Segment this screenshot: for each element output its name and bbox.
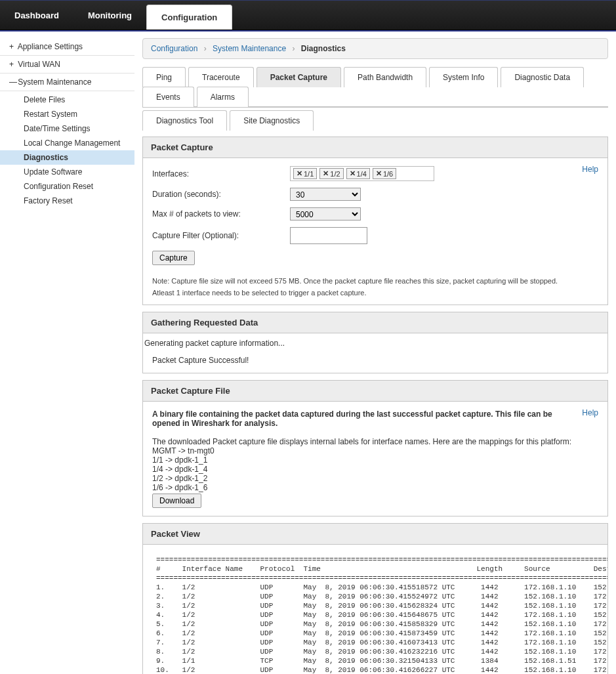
topnav-tab-configuration[interactable]: Configuration [146,5,232,30]
diagnostic-tabs-row1: PingTraceroutePacket CapturePath Bandwid… [142,67,608,108]
interface-chip-1-2[interactable]: ✕1/2 [319,168,343,179]
packet-capture-file-header: Packet Capture File [143,381,607,402]
file-description: A binary file containing the packet data… [152,410,559,428]
topnav-tab-dashboard[interactable]: Dashboard [0,1,73,30]
breadcrumb-configuration[interactable]: Configuration [151,44,197,53]
mapping-intro: The downloaded Packet capture file displ… [152,437,598,446]
tab-diagnostics-tool[interactable]: Diagnostics Tool [142,110,227,131]
tab-traceroute[interactable]: Traceroute [188,67,254,87]
sidebar-item-date-time-settings[interactable]: Date/Time Settings [0,121,134,136]
capture-button[interactable]: Capture [152,251,195,265]
topnav-tab-monitoring[interactable]: Monitoring [73,1,146,30]
sidebar-item-restart-system[interactable]: Restart System [0,107,134,121]
interface-mapping: 1/1 -> dpdk-1_1 [152,455,598,465]
toggle-icon: — [9,77,16,87]
tab-path-bandwidth[interactable]: Path Bandwidth [344,67,426,87]
tab-site-diagnostics[interactable]: Site Diagnostics [230,110,314,131]
tab-diagnostic-data[interactable]: Diagnostic Data [501,67,584,87]
tab-events[interactable]: Events [142,87,194,107]
interfaces-label: Interfaces: [152,169,290,179]
interface-chip-1-1[interactable]: ✕1/1 [293,168,317,179]
download-button[interactable]: Download [152,494,201,508]
sidebar-item-configuration-reset[interactable]: Configuration Reset [0,179,134,194]
interface-mapping: 1/4 -> dpdk-1_4 [152,465,598,474]
tab-packet-capture[interactable]: Packet Capture [257,67,341,87]
packet-view-header: Packet View [143,524,607,545]
help-link[interactable]: Help [582,165,598,174]
capture-note-1: Note: Capture file size will not exceed … [152,277,598,285]
sidebar: + Appliance Settings+ Virtual WAN— Syste… [0,32,134,674]
main-content: Configuration › System Maintenance › Dia… [134,32,616,674]
close-icon[interactable]: ✕ [350,169,356,178]
close-icon[interactable]: ✕ [323,169,329,178]
packet-capture-file-panel: Packet Capture File Help A binary file c… [142,380,608,516]
breadcrumb-current: Diagnostics [301,44,346,53]
close-icon[interactable]: ✕ [297,169,302,178]
gathering-panel: Gathering Requested Data Generating pack… [142,312,608,373]
sidebar-section-system-maintenance[interactable]: — System Maintenance [0,74,134,91]
gathering-header: Gathering Requested Data [143,312,607,333]
sidebar-item-local-change-management[interactable]: Local Change Management [0,136,134,150]
sidebar-section-virtual-wan[interactable]: + Virtual WAN [0,56,134,74]
max-packets-select[interactable]: 5000 [290,207,361,221]
interface-chip-1-6[interactable]: ✕1/6 [373,168,396,179]
sidebar-item-update-software[interactable]: Update Software [0,165,134,179]
chevron-right-icon: › [292,44,295,53]
toggle-icon: + [9,60,16,69]
packet-view-table: ========================================… [143,549,607,674]
top-nav: DashboardMonitoringConfiguration [0,0,616,30]
capture-filter-label: Capture Filter (Optional): [152,231,290,240]
sidebar-item-diagnostics[interactable]: Diagnostics [0,150,134,165]
breadcrumb-system-maintenance[interactable]: System Maintenance [213,44,286,53]
interface-mapping: 1/2 -> dpdk-1_2 [152,474,598,483]
tab-ping[interactable]: Ping [142,67,186,87]
chevron-right-icon: › [204,44,207,53]
capture-note-2: Atleast 1 interface needs to be selected… [152,289,598,297]
breadcrumb: Configuration › System Maintenance › Dia… [142,38,608,59]
duration-label: Duration (seconds): [152,190,290,199]
interface-mappings: MGMT -> tn-mgt01/1 -> dpdk-1_11/4 -> dpd… [152,446,598,492]
sidebar-item-factory-reset[interactable]: Factory Reset [0,194,134,208]
duration-select[interactable]: 30 [290,188,361,201]
tab-system-info[interactable]: System Info [429,67,498,87]
interface-mapping: 1/6 -> dpdk-1_6 [152,483,598,492]
generating-status: Generating packet capture information... [143,333,607,353]
packet-view-panel: Packet View ============================… [142,523,608,674]
sidebar-item-delete-files[interactable]: Delete Files [0,93,134,107]
packet-capture-header: Packet Capture [143,137,607,158]
tab-alarms[interactable]: Alarms [197,87,249,107]
capture-success-status: Packet Capture Successful! [143,353,607,373]
interfaces-input[interactable]: ✕1/1✕1/2✕1/4✕1/6 [290,166,434,181]
diagnostic-tabs-row2: Diagnostics ToolSite Diagnostics [142,110,608,130]
toggle-icon: + [9,42,16,51]
interface-chip-1-4[interactable]: ✕1/4 [346,168,370,179]
sidebar-section-appliance-settings[interactable]: + Appliance Settings [0,38,134,56]
help-link[interactable]: Help [582,408,598,417]
capture-filter-input[interactable] [290,227,367,244]
max-packets-label: Max # of packets to view: [152,209,290,219]
packet-capture-panel: Packet Capture Help Interfaces: ✕1/1✕1/2… [142,137,608,305]
interface-mapping: MGMT -> tn-mgt0 [152,446,598,455]
close-icon[interactable]: ✕ [376,169,382,178]
